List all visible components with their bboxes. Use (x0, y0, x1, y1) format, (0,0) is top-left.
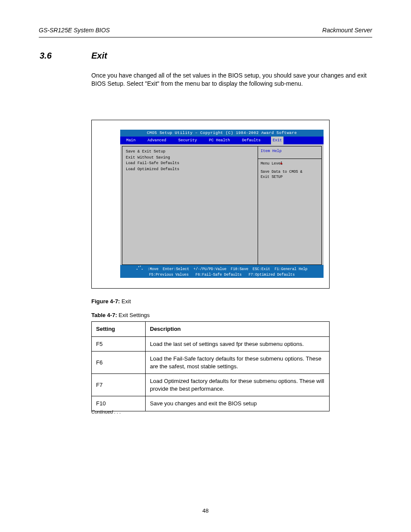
table-cell: F7 (92, 374, 146, 396)
bios-title: CMOS Setup Utility – Copyright (C) 1984-… (120, 130, 324, 137)
bios-help-key: Menu Level (261, 162, 280, 166)
svg-marker-0 (138, 266, 139, 267)
bios-footer-cell: F7:Optimized Defaults (249, 273, 295, 277)
table-caption-rest: Exit Settings (117, 312, 150, 318)
figure-caption: Figure 4-7: Exit (91, 298, 131, 305)
page-number: 48 (0, 507, 411, 514)
header-left: GS-SR125E System BIOS (39, 27, 110, 34)
table-header: Description (146, 322, 330, 337)
bios-window: CMOS Setup Utility – Copyright (C) 1984-… (120, 130, 324, 278)
bios-footer-cell: F1:General Help (274, 267, 308, 271)
bios-menu-label: Exit Without Saving (126, 155, 193, 161)
bios-footer-cell: F6:Fail-Safe Defaults (196, 273, 242, 277)
bios-help-value: Save Data to CMOS & (261, 170, 302, 174)
bios-body: Save & Exit Setup Exit Without Saving Lo… (120, 144, 324, 265)
bios-help-value: Exit SETUP (261, 175, 283, 180)
section-number: 3.6 (40, 51, 52, 61)
bios-tab-pc-health[interactable]: PC Health (207, 137, 232, 144)
bios-menu-item[interactable]: Load Optimized Defaults (126, 167, 254, 173)
table-caption-bold: Table 4-7: (91, 312, 117, 318)
bios-tabs: Main Advanced Security PC Health Default… (120, 137, 324, 144)
continued-note: Continued . . . (91, 409, 121, 414)
table-caption: Table 4-7: Exit Settings (91, 312, 150, 318)
table-cell: F5 (92, 336, 146, 352)
bios-menu-item[interactable]: Load Fail-Safe Defaults (126, 161, 254, 167)
bios-tab-defaults[interactable]: Defaults (240, 137, 262, 144)
header-divider (39, 37, 372, 37)
bios-footer-cell: ESC:Exit (252, 267, 270, 271)
bios-menu-item[interactable]: Save & Exit Setup (126, 149, 254, 155)
bios-tab-exit[interactable]: Exit (271, 137, 284, 144)
table-cell: Load the last set of settings saved fpr … (146, 336, 330, 352)
bios-main-panel: Save & Exit Setup Exit Without Saving Lo… (122, 146, 258, 265)
svg-marker-2 (136, 269, 137, 270)
table-cell: Save you changes and exit the BIOS setup (146, 396, 330, 411)
bios-menu-item[interactable]: Exit Without Saving (126, 155, 254, 161)
bios-menu-label: Load Fail-Safe Defaults (126, 161, 193, 167)
bios-tab-main[interactable]: Main (125, 137, 137, 144)
bios-help-body: Menu Level ► Save Data to CMOS & Exit SE… (258, 159, 322, 265)
figure-container: CMOS Setup Utility – Copyright (C) 1984-… (91, 120, 330, 289)
bios-menu-label: Save & Exit Setup (126, 149, 193, 155)
arrows-move-icon (136, 266, 143, 272)
svg-marker-1 (140, 266, 141, 267)
bios-tab-security[interactable]: Security (177, 137, 199, 144)
table-row: F6 Load the Fail-Safe factory defaults f… (92, 352, 330, 374)
table-row: F10 Save you changes and exit the BIOS s… (92, 396, 330, 411)
header-right: Rackmount Server (322, 27, 372, 34)
bios-footer-cell: Enter:Select (163, 267, 189, 271)
bios-footer-cell: +/-/PU/PD:Value (193, 267, 227, 271)
figure-caption-rest: Exit (120, 298, 131, 305)
settings-table: Setting Description F5 Load the last set… (91, 321, 330, 411)
table-row: F5 Load the last set of settings saved f… (92, 336, 330, 352)
chevron-right-icon: ► (280, 162, 283, 166)
bios-menu-label: Load Optimized Defaults (126, 167, 193, 173)
bios-footer-cell: F10:Save (231, 267, 249, 271)
bios-side-panel: Item Help Menu Level ► Save Data to CMOS… (258, 146, 322, 265)
section-title: Exit (91, 51, 107, 61)
figure-caption-bold: Figure 4-7: (91, 298, 120, 305)
intro-paragraph: Once you have changed all of the set val… (91, 72, 371, 88)
table-cell: F6 (92, 352, 146, 374)
table-header-row: Setting Description (92, 322, 330, 337)
table-header: Setting (92, 322, 146, 337)
table-cell: Load Optimized factory defaults for thes… (146, 374, 330, 396)
bios-help-header: Item Help (258, 146, 322, 159)
table-cell: Load the Fail-Safe factory defaults for … (146, 352, 330, 374)
bios-footer: :Move Enter:Select +/-/PU/PD:Value F10:S… (120, 265, 324, 278)
bios-footer-cell: F5:Previous Values (149, 273, 189, 277)
table-row: F7 Load Optimized factory defaults for t… (92, 374, 330, 396)
bios-footer-cell: :Move (147, 267, 159, 271)
bios-tab-advanced[interactable]: Advanced (146, 137, 168, 144)
svg-marker-3 (142, 269, 143, 270)
